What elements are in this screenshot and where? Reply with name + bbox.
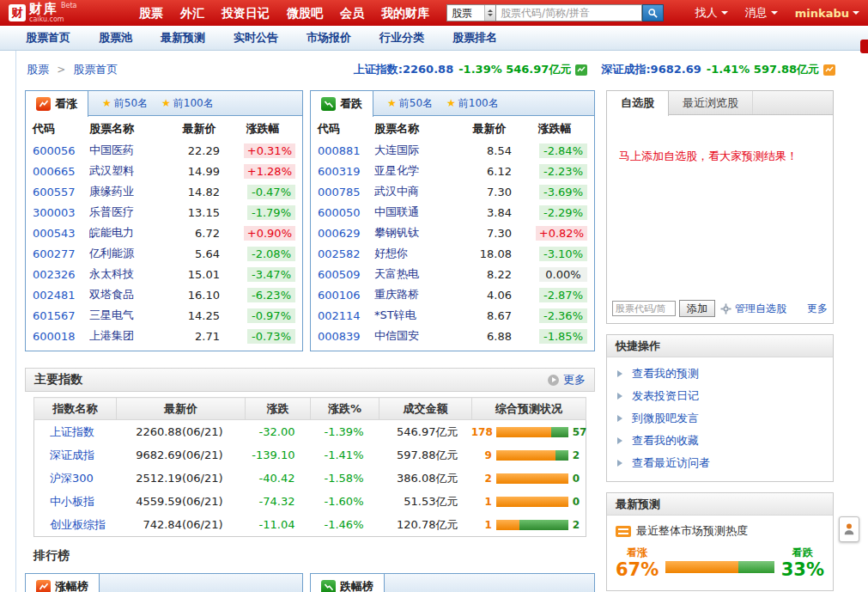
stock-name-link[interactable]: 亚星化学 bbox=[374, 164, 419, 177]
index-name-link[interactable]: 沪深300 bbox=[50, 472, 94, 485]
subnav-item-2[interactable]: 最新预测 bbox=[161, 30, 205, 46]
rank-filter-tab-1[interactable]: ★前100名 bbox=[161, 96, 214, 111]
subnav-item-0[interactable]: 股票首页 bbox=[26, 30, 70, 46]
main-nav-item-3[interactable]: 微股吧 bbox=[278, 0, 331, 26]
stock-name-link[interactable]: 康缘药业 bbox=[89, 185, 134, 198]
search-input[interactable] bbox=[496, 4, 642, 21]
main-nav-item-2[interactable]: 投资日记 bbox=[213, 0, 278, 26]
ranking-tab-1[interactable]: 跌幅榜 bbox=[311, 574, 385, 592]
stock-name-link[interactable]: 永太科技 bbox=[89, 267, 134, 280]
quick-op-link[interactable]: 查看最近访问者 bbox=[632, 455, 710, 471]
stock-name-link[interactable]: 双塔食品 bbox=[89, 288, 134, 301]
stock-code-link[interactable]: 600277 bbox=[33, 247, 76, 260]
bull-count: 178 bbox=[471, 426, 492, 438]
index-name-link[interactable]: 深证成指 bbox=[50, 449, 94, 461]
main-nav-item-5[interactable]: 我的财库 bbox=[373, 0, 438, 26]
quick-op-link[interactable]: 查看我的收藏 bbox=[632, 433, 699, 449]
index-name-link[interactable]: 创业板综指 bbox=[50, 518, 106, 531]
stock-code-link[interactable]: 600050 bbox=[318, 206, 361, 219]
main-nav-item-4[interactable]: 会员 bbox=[331, 0, 373, 26]
stock-code-link[interactable]: 000839 bbox=[318, 330, 361, 343]
indices-column-header: 综合预测状况 bbox=[472, 398, 586, 420]
stock-name-link[interactable]: 中信国安 bbox=[374, 329, 419, 342]
user-menu-item-1[interactable]: 消息 bbox=[745, 5, 778, 21]
subnav-item-3[interactable]: 实时公告 bbox=[234, 30, 278, 46]
stock-name-link[interactable]: *ST锌电 bbox=[374, 308, 416, 321]
stock-name-link[interactable]: 亿利能源 bbox=[89, 247, 134, 259]
floating-widget[interactable] bbox=[839, 516, 859, 542]
stock-name-link[interactable]: 三星电气 bbox=[89, 308, 134, 321]
stock-name-link[interactable]: 中国医药 bbox=[89, 143, 134, 156]
stock-code-link[interactable]: 000543 bbox=[33, 227, 76, 240]
stock-code-link[interactable]: 600509 bbox=[318, 268, 361, 281]
ticker-index-link[interactable]: 上证指数:2260.88 bbox=[354, 62, 453, 77]
quick-op-item-4: 查看最近访问者 bbox=[607, 452, 833, 474]
ranking-tab-0[interactable]: 涨幅榜 bbox=[26, 574, 100, 592]
stock-code-link[interactable]: 600557 bbox=[33, 186, 76, 198]
content-area: 股票 > 股票首页 上证指数:2260.88-1.39% 546.97亿元深证成… bbox=[15, 51, 853, 592]
rank-filter-tab-0[interactable]: ★前50名 bbox=[102, 96, 148, 111]
user-menu-item-2[interactable]: minkabu bbox=[795, 7, 859, 20]
breadcrumb-root-link[interactable]: 股票 bbox=[27, 63, 49, 76]
add-stock-button[interactable]: 添加 bbox=[679, 300, 715, 317]
tab-watchlist[interactable]: 自选股 bbox=[607, 91, 669, 116]
index-price: 9682.69(06/21) bbox=[117, 443, 246, 467]
stock-code-link[interactable]: 002326 bbox=[33, 268, 76, 281]
user-menu-item-0[interactable]: 找人 bbox=[695, 5, 728, 21]
stock-code-link[interactable]: 000881 bbox=[318, 144, 361, 157]
index-name-link[interactable]: 中小板指 bbox=[50, 495, 94, 508]
watchlist-stock-input[interactable] bbox=[612, 301, 676, 316]
stock-name-link[interactable]: 大连国际 bbox=[374, 143, 419, 156]
stock-code-link[interactable]: 002114 bbox=[318, 309, 361, 322]
rank-filter-tab-0[interactable]: ★前50名 bbox=[387, 96, 433, 111]
main-nav-item-0[interactable]: 股票 bbox=[131, 0, 172, 26]
stock-name-link[interactable]: 天富热电 bbox=[374, 267, 419, 280]
index-name-link[interactable]: 上证指数 bbox=[50, 425, 94, 438]
site-logo[interactable]: 财 财库 Beta caiku.com bbox=[9, 3, 131, 23]
stock-code-link[interactable]: 300003 bbox=[33, 206, 76, 219]
subnav-item-1[interactable]: 股票池 bbox=[99, 30, 132, 46]
stock-name-link[interactable]: 武汉中商 bbox=[374, 185, 419, 198]
stock-code-link[interactable]: 000785 bbox=[318, 186, 361, 198]
stock-code-link[interactable]: 000665 bbox=[33, 165, 76, 178]
rank-filter-tab-1[interactable]: ★前100名 bbox=[446, 96, 499, 111]
stock-code-link[interactable]: 600018 bbox=[33, 330, 76, 343]
search-button[interactable] bbox=[642, 4, 664, 21]
tab-bullish[interactable]: 看涨 bbox=[26, 91, 88, 117]
stock-code-link[interactable]: 000629 bbox=[318, 227, 361, 240]
stock-code-link[interactable]: 601567 bbox=[33, 309, 76, 322]
main-nav-item-1[interactable]: 外汇 bbox=[172, 0, 213, 26]
quick-op-link[interactable]: 查看我的预测 bbox=[632, 366, 699, 381]
search-category-select[interactable]: 股票 bbox=[446, 4, 496, 21]
manage-watchlist-link[interactable]: 管理自选股 bbox=[735, 302, 786, 316]
stock-name-link[interactable]: 乐普医疗 bbox=[89, 205, 134, 218]
ranking-panel-tabs: 涨幅榜 bbox=[26, 574, 302, 592]
stock-code-link[interactable]: 600319 bbox=[318, 165, 361, 178]
breadcrumb-current-link[interactable]: 股票首页 bbox=[73, 63, 118, 76]
stock-name-link[interactable]: 重庆路桥 bbox=[374, 288, 419, 301]
edge-red-tab[interactable] bbox=[860, 40, 868, 53]
stock-name-link[interactable]: 中国联通 bbox=[374, 205, 419, 218]
stock-code-link[interactable]: 600106 bbox=[318, 289, 361, 302]
stock-code-link[interactable]: 002481 bbox=[33, 289, 76, 302]
tab-bearish[interactable]: 看跌 bbox=[311, 91, 373, 117]
bear-label: 看跌 bbox=[781, 546, 824, 560]
stock-name-link[interactable]: 好想你 bbox=[374, 247, 408, 259]
stock-row: 600557康缘药业14.82-0.47% bbox=[33, 181, 295, 202]
stock-name-link[interactable]: 上港集团 bbox=[89, 329, 134, 342]
stock-name-link[interactable]: 皖能电力 bbox=[89, 226, 134, 239]
tab-recent-stocks[interactable]: 最近浏览股 bbox=[669, 91, 753, 114]
quick-op-link[interactable]: 到微股吧发言 bbox=[632, 411, 699, 426]
bullish-panel-tabs: 看涨 ★前50名★前100名 bbox=[26, 91, 302, 116]
quick-op-link[interactable]: 发表投资日记 bbox=[632, 388, 699, 404]
subnav-item-4[interactable]: 市场报价 bbox=[307, 30, 351, 46]
subnav-item-5[interactable]: 行业分类 bbox=[379, 30, 424, 46]
stock-code-link[interactable]: 002582 bbox=[318, 247, 361, 260]
subnav-item-6[interactable]: 股票排名 bbox=[452, 30, 497, 46]
stock-name-link[interactable]: 攀钢钒钛 bbox=[374, 226, 419, 239]
ticker-index-link[interactable]: 深证成指:9682.69 bbox=[601, 62, 701, 77]
watchlist-more-link[interactable]: 更多 bbox=[807, 302, 828, 316]
stock-code-link[interactable]: 600056 bbox=[33, 144, 76, 157]
stock-name-link[interactable]: 武汉塑料 bbox=[89, 164, 134, 177]
indices-more-link[interactable]: 更多 bbox=[563, 372, 586, 388]
